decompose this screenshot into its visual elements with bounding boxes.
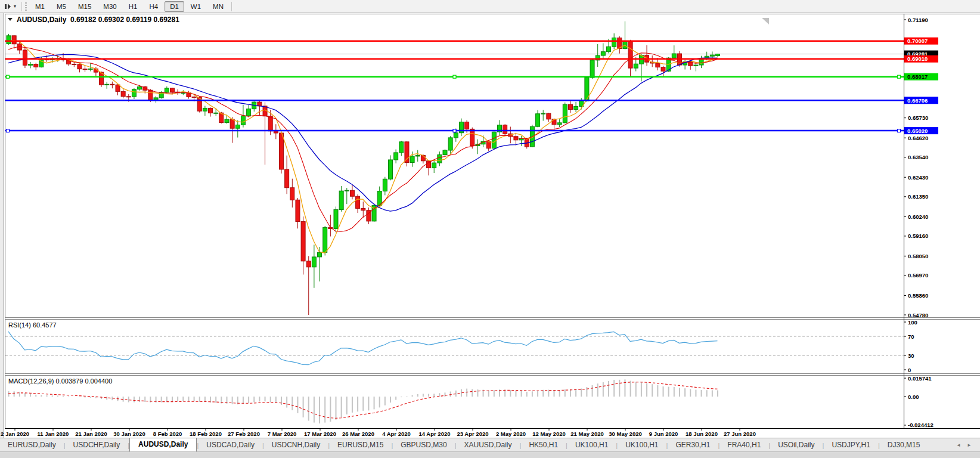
chart-tab-bar: EURUSD,Daily|USDCHF,Daily|AUDUSD,Daily|U… — [0, 438, 980, 451]
date-label: 7 Mar 2020 — [268, 431, 297, 437]
chart-window: 0.711900.657300.646200.635400.624300.613… — [0, 13, 980, 438]
date-label: 18 Feb 2020 — [190, 431, 222, 437]
timeframe-button-d1[interactable]: D1 — [165, 1, 184, 12]
chart-tools-icon[interactable]: ▾ — [0, 1, 20, 13]
chart-tab-hk50-h1[interactable]: HK50,H1 — [521, 439, 566, 451]
timeframe-button-w1[interactable]: W1 — [185, 1, 206, 12]
svg-text:0.65730: 0.65730 — [908, 114, 928, 121]
date-label: 23 Apr 2020 — [457, 431, 489, 437]
chart-title: AUDUSD,Daily — [17, 16, 67, 24]
svg-text:0.68017: 0.68017 — [907, 73, 928, 80]
timeframe-button-m5[interactable]: M5 — [51, 1, 72, 12]
svg-text:0.63540: 0.63540 — [908, 154, 928, 160]
hline-handle[interactable] — [898, 75, 901, 78]
chevron-down-icon: ▾ — [14, 4, 16, 9]
price-chart[interactable]: 0.711900.657300.646200.635400.624300.613… — [0, 13, 980, 438]
timeframe-button-h4[interactable]: H4 — [144, 1, 163, 12]
chart-shift-icon — [4, 2, 13, 11]
date-label: 8 Feb 2020 — [153, 431, 182, 437]
svg-text:0.54780: 0.54780 — [908, 312, 928, 318]
toolbar-separator — [231, 2, 232, 11]
window-frame-left — [0, 13, 4, 438]
date-label: 11 Jan 2020 — [38, 431, 69, 437]
date-label: 27 Jun 2020 — [724, 431, 756, 437]
svg-text:0.58050: 0.58050 — [908, 253, 928, 259]
svg-text:0.55860: 0.55860 — [908, 292, 928, 299]
hline-handle[interactable] — [453, 75, 456, 78]
chart-tab-uk100-h1[interactable]: UK100,H1 — [618, 439, 666, 451]
hline-handle[interactable] — [453, 129, 456, 132]
chart-tab-fra40-h1[interactable]: FRA40,H1 — [720, 439, 768, 451]
chart-ohlc-values: 0.69182 0.69302 0.69119 0.69281 — [70, 16, 179, 24]
chart-tabs: EURUSD,Daily|USDCHF,Daily|AUDUSD,Daily|U… — [0, 438, 956, 451]
date-label: 2 May 2020 — [496, 431, 526, 437]
top-toolbar: ▾ M1M5M15M30H1H4D1W1MN — [0, 0, 980, 13]
date-label: 30 Jan 2020 — [113, 431, 145, 437]
date-label: 18 Jun 2020 — [686, 431, 718, 437]
svg-text:0: 0 — [908, 367, 911, 373]
svg-text:0.59160: 0.59160 — [908, 233, 928, 239]
chart-tab-dj30-m15[interactable]: DJ30,M15 — [880, 439, 928, 451]
svg-text:0.71190: 0.71190 — [908, 17, 928, 23]
hline-handle[interactable] — [7, 129, 10, 132]
svg-text:0.69010: 0.69010 — [907, 55, 928, 62]
svg-text:0.60240: 0.60240 — [908, 213, 928, 220]
chart-tab-usdcnh-daily[interactable]: USDCNH,Daily — [264, 439, 328, 451]
tab-scroll-arrows[interactable]: ◄ ► — [956, 442, 980, 451]
toolbar-grip[interactable] — [25, 2, 27, 11]
date-label: 26 Mar 2020 — [342, 431, 374, 437]
timeframe-button-m1[interactable]: M1 — [30, 1, 50, 12]
chart-tab-usoil-daily[interactable]: USOil,Daily — [770, 439, 822, 451]
date-label: 21 Jan 2020 — [75, 431, 107, 437]
chart-tab-ger30-h1[interactable]: GER30,H1 — [668, 439, 718, 451]
svg-text:100: 100 — [908, 319, 917, 326]
date-label: 2 Jan 2020 — [1, 431, 29, 437]
chart-tab-eurusd-daily[interactable]: EURUSD,Daily — [0, 439, 64, 451]
date-label: 9 Jun 2020 — [649, 431, 678, 437]
timeframe-button-h1[interactable]: H1 — [123, 1, 143, 12]
svg-text:0.61350: 0.61350 — [908, 193, 928, 200]
timeframe-button-mn[interactable]: MN — [207, 1, 229, 12]
svg-text:0.00: 0.00 — [908, 394, 919, 400]
svg-text:-0.024412: -0.024412 — [908, 422, 934, 428]
rsi-label: RSI(14) 60.4577 — [8, 321, 57, 329]
chart-tab-eurusd-m15[interactable]: EURUSD,M15 — [330, 439, 391, 451]
timeframe-button-m30[interactable]: M30 — [98, 1, 122, 12]
chart-tab-uk100-h1[interactable]: UK100,H1 — [567, 439, 616, 451]
status-strip — [0, 451, 980, 458]
chart-tab-usdjpy-h1[interactable]: USDJPY,H1 — [824, 439, 877, 451]
svg-text:0.62430: 0.62430 — [908, 174, 928, 181]
svg-text:70: 70 — [908, 333, 914, 340]
chart-tab-xauusd-daily[interactable]: XAUUSD,Daily — [457, 439, 520, 451]
date-label: 12 May 2020 — [532, 431, 565, 437]
timeframe-button-group: M1M5M15M30H1H4D1W1MN — [29, 1, 230, 12]
svg-text:0.64620: 0.64620 — [908, 135, 928, 141]
svg-text:30: 30 — [908, 352, 914, 359]
macd-label: MACD(12,26,9) 0.003879 0.004400 — [8, 377, 112, 385]
date-label: 30 May 2020 — [609, 431, 641, 437]
chart-tab-usdchf-daily[interactable]: USDCHF,Daily — [66, 439, 128, 451]
svg-text:0.70007: 0.70007 — [907, 38, 928, 44]
toolbar-separator — [21, 2, 22, 11]
hline-handle[interactable] — [7, 75, 10, 78]
timeframe-button-m15[interactable]: M15 — [73, 1, 97, 12]
svg-text:0.66706: 0.66706 — [907, 97, 928, 104]
date-label: 14 Apr 2020 — [419, 431, 451, 437]
date-label: 4 Apr 2020 — [382, 431, 411, 437]
date-label: 17 Mar 2020 — [304, 431, 336, 437]
svg-text:0.65020: 0.65020 — [907, 128, 928, 134]
svg-text:0.56970: 0.56970 — [908, 272, 928, 278]
chart-tab-gbpusd-m30[interactable]: GBPUSD,M30 — [393, 439, 454, 451]
chart-tab-audusd-daily[interactable]: AUDUSD,Daily — [129, 438, 197, 451]
svg-text:0.015741: 0.015741 — [908, 375, 932, 382]
date-label: 21 May 2020 — [570, 431, 603, 437]
hline-handle[interactable] — [898, 129, 901, 132]
date-label: 27 Feb 2020 — [228, 431, 260, 437]
chart-tab-usdcad-daily[interactable]: USDCAD,Daily — [199, 439, 262, 451]
